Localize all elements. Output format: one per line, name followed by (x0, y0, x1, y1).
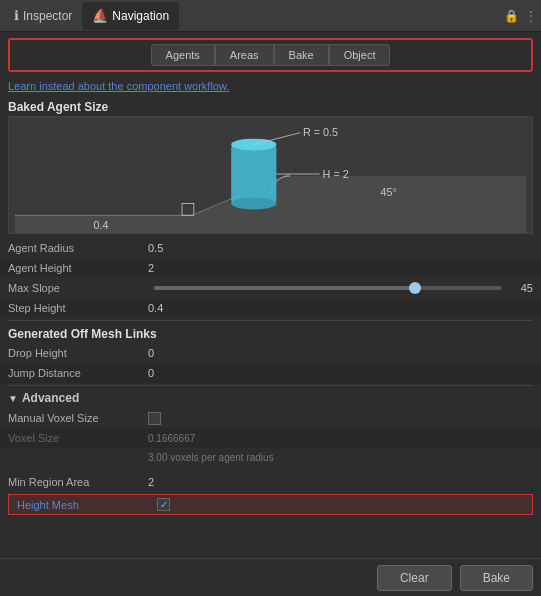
max-slope-value: 45 (508, 282, 533, 294)
subtab-agents[interactable]: Agents (151, 44, 215, 66)
subtab-areas[interactable]: Areas (215, 44, 274, 66)
agent-radius-value: 0.5 (148, 242, 533, 254)
agent-height-label: Agent Height (8, 262, 148, 274)
svg-rect-4 (231, 145, 276, 204)
form-row-drop-height: Drop Height 0 (0, 343, 541, 363)
voxel-size-value: 0.1666667 (148, 433, 533, 444)
svg-point-6 (231, 198, 276, 210)
form-row-max-slope: Max Slope 45 (0, 278, 541, 298)
advanced-arrow-icon: ▼ (8, 393, 18, 404)
step-height-label: Step Height (8, 302, 148, 314)
form-row-voxel-size: Voxel Size 0.1666667 (0, 428, 541, 448)
svg-text:R = 0.5: R = 0.5 (303, 126, 338, 138)
tab-inspector-label: Inspector (23, 9, 72, 23)
lock-icon[interactable]: 🔒 (504, 9, 519, 23)
tab-bar-actions: 🔒 ⋮ (504, 9, 537, 23)
advanced-toggle[interactable]: ▼ Advanced (0, 388, 541, 408)
advanced-section-label: Advanced (22, 391, 79, 405)
subtab-bake[interactable]: Bake (274, 44, 329, 66)
tab-navigation[interactable]: ⛵ Navigation (82, 2, 179, 30)
drop-height-label: Drop Height (8, 347, 148, 359)
bake-button[interactable]: Bake (460, 565, 533, 591)
manual-voxel-label: Manual Voxel Size (8, 412, 148, 424)
tab-bar: ℹ Inspector ⛵ Navigation 🔒 ⋮ (0, 0, 541, 32)
form-row-manual-voxel: Manual Voxel Size (0, 408, 541, 428)
min-region-label: Min Region Area (8, 476, 148, 488)
min-region-value: 2 (148, 476, 533, 488)
height-mesh-label: Height Mesh (17, 499, 157, 511)
manual-voxel-checkbox-cell (148, 412, 161, 425)
svg-text:0.4: 0.4 (94, 219, 109, 231)
form-row-min-region: Min Region Area 2 (0, 472, 541, 492)
vis-area: 45° R = 0.5 H = 2 0.4 (8, 116, 533, 234)
manual-voxel-checkbox[interactable] (148, 412, 161, 425)
height-mesh-checkbox-cell (157, 498, 170, 511)
bottom-bar: Clear Bake (0, 558, 541, 596)
max-slope-label: Max Slope (8, 282, 148, 294)
subtab-object[interactable]: Object (329, 44, 391, 66)
svg-rect-12 (182, 204, 194, 216)
svg-text:45°: 45° (381, 186, 397, 198)
jump-distance-value: 0 (148, 367, 533, 379)
voxel-hint-text: 3.00 voxels per agent radius (148, 452, 274, 463)
slider-thumb[interactable] (409, 282, 421, 294)
menu-icon[interactable]: ⋮ (525, 9, 537, 23)
drop-height-value: 0 (148, 347, 533, 359)
form-row-step-height: Step Height 0.4 (0, 298, 541, 318)
generated-section-header: Generated Off Mesh Links (0, 323, 541, 343)
form-row-agent-radius: Agent Radius 0.5 (0, 238, 541, 258)
agent-radius-label: Agent Radius (8, 242, 148, 254)
svg-line-7 (254, 133, 300, 145)
navigation-icon: ⛵ (92, 8, 108, 23)
form-row-jump-distance: Jump Distance 0 (0, 363, 541, 383)
svg-text:H = 2: H = 2 (323, 168, 349, 180)
step-height-value: 0.4 (148, 302, 533, 314)
scene-svg: 45° R = 0.5 H = 2 0.4 (9, 117, 532, 233)
voxel-size-label: Voxel Size (8, 432, 148, 444)
form-row-voxel-hint: 3.00 voxels per agent radius (0, 448, 541, 468)
baked-agent-size-header: Baked Agent Size (0, 96, 541, 116)
form-row-height-mesh: Height Mesh (8, 494, 533, 515)
agent-height-value: 2 (148, 262, 533, 274)
divider-1 (8, 320, 533, 321)
workflow-link[interactable]: Learn instead about the component workfl… (0, 78, 541, 96)
max-slope-slider[interactable] (154, 286, 502, 290)
divider-2 (8, 385, 533, 386)
jump-distance-label: Jump Distance (8, 367, 148, 379)
height-mesh-checkbox[interactable] (157, 498, 170, 511)
inspector-icon: ℹ (14, 8, 19, 23)
form-row-agent-height: Agent Height 2 (0, 258, 541, 278)
slider-fill (154, 286, 415, 290)
tab-navigation-label: Navigation (112, 9, 169, 23)
tab-inspector[interactable]: ℹ Inspector (4, 2, 82, 30)
clear-button[interactable]: Clear (377, 565, 452, 591)
